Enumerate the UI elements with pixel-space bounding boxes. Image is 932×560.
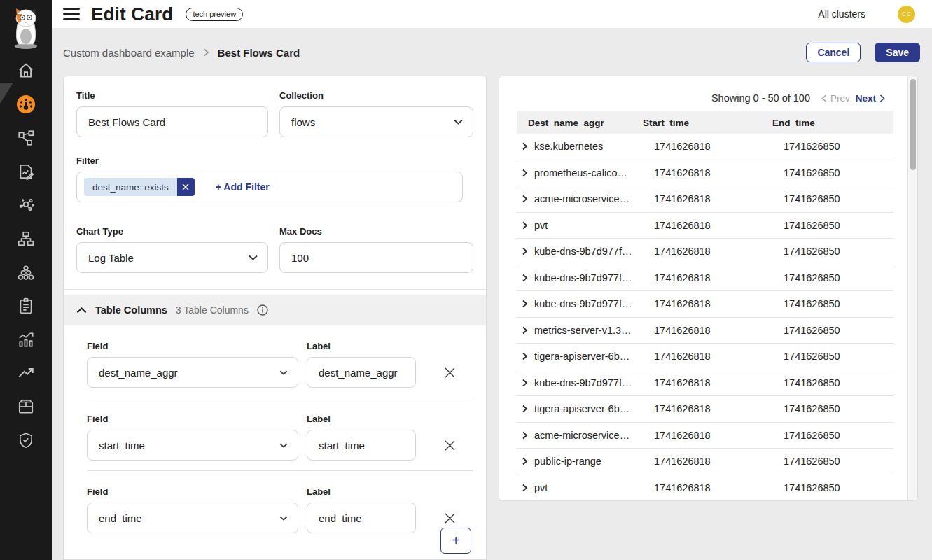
expand-row-button[interactable] (520, 141, 529, 152)
cell-start-time: 1741626818 (643, 220, 772, 231)
sidebar-item-clusters[interactable] (12, 263, 40, 281)
label-input[interactable] (307, 503, 416, 533)
scrollbar-thumb[interactable] (910, 79, 916, 170)
preview-table: Dest_name_aggr Start_time End_time kse.k… (517, 111, 893, 501)
sidebar-item-security[interactable] (12, 431, 40, 449)
label-label: Label (307, 341, 416, 351)
chevron-down-icon (454, 119, 463, 125)
table-row[interactable]: kse.kubernetes 1741626818 1741626850 (517, 134, 893, 160)
max-docs-input[interactable] (279, 242, 473, 273)
expand-row-button[interactable] (520, 430, 529, 441)
topbar: Edit Card tech preview All clusters CC (52, 0, 932, 28)
avatar[interactable]: CC (898, 6, 915, 23)
expand-row-button[interactable] (520, 403, 529, 414)
close-icon (444, 440, 456, 451)
filter-label: Filter (76, 155, 473, 166)
collection-select[interactable]: flows (279, 106, 473, 137)
card-editor-panel: Title Collection flows Filter dest_name:… (63, 76, 487, 560)
expand-row-button[interactable] (520, 298, 529, 309)
table-row[interactable]: kube-dns-9b7d977f… 1741626818 1741626850 (517, 291, 893, 318)
topbar-right: All clusters CC (818, 6, 915, 23)
table-row[interactable]: prometheus-calico… 1741626818 1741626850 (517, 160, 893, 187)
cell-dest-name-aggr: kube-dns-9b7d977f… (534, 272, 632, 284)
sidebar-item-dashboards[interactable] (12, 95, 40, 113)
table-row[interactable]: acme-microservice… 1741626818 1741626850 (517, 186, 893, 213)
cluster-selector[interactable]: All clusters (818, 8, 865, 20)
title-input[interactable] (76, 106, 268, 137)
prev-label: Prev (830, 93, 850, 104)
expand-row-button[interactable] (520, 456, 529, 467)
expand-row-button[interactable] (520, 167, 529, 178)
table-row[interactable]: tigera-apiserver-6b… 1741626818 17416268… (517, 396, 893, 423)
sidebar-item-network-sets[interactable] (12, 230, 40, 248)
cancel-button[interactable]: Cancel (806, 43, 861, 62)
field-select[interactable]: start_time (87, 430, 298, 461)
table-row[interactable]: kube-dns-9b7d977f… 1741626818 1741626850 (517, 370, 893, 397)
expand-row-button[interactable] (520, 246, 529, 257)
network-tree-icon (17, 230, 35, 248)
cell-end-time: 1741626850 (772, 193, 893, 204)
tech-preview-badge: tech preview (186, 8, 243, 21)
expand-row-button[interactable] (520, 482, 529, 493)
add-filter-button[interactable]: + Add Filter (216, 181, 270, 192)
table-row[interactable]: pvt 1741626818 1741626850 (517, 475, 893, 502)
label-input[interactable] (307, 357, 416, 388)
cell-dest-name-aggr: pvt (534, 220, 548, 231)
app-logo[interactable] (0, 0, 52, 53)
field-select-value: end_time (99, 512, 142, 524)
table-body: kse.kubernetes 1741626818 1741626850 pro… (517, 134, 893, 501)
cell-start-time: 1741626818 (643, 167, 772, 178)
expand-row-button[interactable] (520, 325, 529, 336)
sidebar-item-inventory[interactable] (12, 398, 40, 416)
chart-type-select[interactable]: Log Table (76, 242, 268, 273)
add-column-button[interactable]: + (440, 528, 471, 554)
menu-button[interactable] (63, 8, 80, 20)
expand-row-button[interactable] (520, 377, 529, 388)
sidebar-item-home[interactable] (12, 62, 40, 80)
table-row[interactable]: pvt 1741626818 1741626850 (517, 213, 893, 239)
column-header-end-time: End_time (772, 118, 893, 128)
collection-select-value: flows (291, 116, 315, 128)
chevron-down-icon (279, 370, 288, 375)
info-icon[interactable] (257, 304, 268, 316)
preview-scrollbar[interactable] (907, 76, 917, 500)
next-page-button[interactable]: Next (856, 93, 885, 104)
sidebar-item-metrics[interactable] (12, 330, 40, 349)
sidebar-item-service-graph[interactable] (12, 129, 40, 147)
save-button[interactable]: Save (875, 43, 920, 62)
sidebar-item-trends[interactable] (12, 364, 40, 382)
expand-row-button[interactable] (520, 351, 529, 362)
column-config-row: Field end_time Label (76, 486, 473, 533)
field-label: Field (87, 341, 298, 351)
field-select-value: start_time (99, 440, 145, 451)
chevron-right-icon (522, 274, 528, 282)
field-select[interactable]: end_time (87, 503, 298, 533)
prev-page-button[interactable]: Prev (821, 93, 850, 104)
label-input[interactable] (307, 430, 416, 461)
sidebar-item-compliance[interactable] (12, 297, 40, 315)
column-header-dest-name-aggr: Dest_name_aggr (517, 118, 643, 128)
table-row[interactable]: kube-dns-9b7d977f… 1741626818 1741626850 (517, 239, 893, 265)
cell-end-time: 1741626850 (772, 272, 893, 284)
table-columns-count: 3 Table Columns (176, 304, 249, 316)
table-row[interactable]: kube-dns-9b7d977f… 1741626818 1741626850 (517, 265, 893, 292)
cell-dest-name-aggr: metrics-server-v1.3… (534, 325, 632, 336)
remove-column-button[interactable] (444, 430, 456, 461)
expand-row-button[interactable] (520, 220, 529, 231)
chevron-right-icon (522, 457, 528, 465)
cell-end-time: 1741626850 (772, 403, 893, 414)
field-select[interactable]: dest_name_aggr (87, 357, 298, 388)
expand-row-button[interactable] (520, 272, 529, 284)
expand-row-button[interactable] (520, 193, 529, 204)
sidebar-item-threat-graph[interactable] (12, 196, 40, 214)
sidebar-item-logs[interactable] (12, 162, 40, 181)
remove-filter-button[interactable] (177, 178, 195, 196)
table-row[interactable]: public-ip-range 1741626818 1741626850 (517, 449, 893, 475)
table-row[interactable]: tigera-apiserver-6b… 1741626818 17416268… (517, 344, 893, 370)
breadcrumb-row: Custom dashboard example Best Flows Card… (63, 41, 920, 64)
table-row[interactable]: metrics-server-v1.3… 1741626818 17416268… (517, 318, 893, 344)
table-columns-section-header[interactable]: Table Columns 3 Table Columns (64, 295, 486, 326)
remove-column-button[interactable] (444, 357, 456, 388)
table-row[interactable]: acme-microservice… 1741626818 1741626850 (517, 423, 893, 449)
breadcrumb-parent[interactable]: Custom dashboard example (63, 47, 195, 59)
